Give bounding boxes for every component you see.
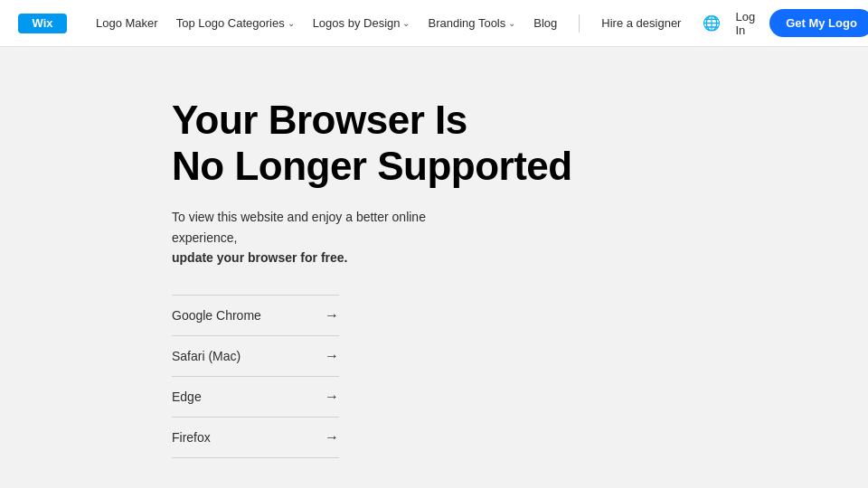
chevron-down-icon: ⌄ [508, 18, 515, 28]
page-title: Your Browser Is No Longer Supported [172, 98, 814, 189]
chevron-down-icon: ⌄ [288, 18, 295, 28]
nav-divider [579, 14, 580, 33]
arrow-right-icon: → [325, 348, 339, 364]
arrow-right-icon: → [325, 307, 339, 324]
nav-item-logos-by-design[interactable]: Logos by Design ⌄ [313, 16, 410, 30]
get-logo-button[interactable]: Get My Logo [769, 9, 868, 37]
main-header: Wix Logo Maker Top Logo Categories ⌄ Log… [0, 0, 868, 47]
nav-right: 🌐 Log In Get My Logo [703, 9, 868, 37]
language-button[interactable]: 🌐 [703, 14, 721, 32]
main-content: Your Browser Is No Longer Supported To v… [0, 47, 868, 488]
login-button[interactable]: Log In [735, 10, 755, 37]
browser-item-safari[interactable]: Safari (Mac) → [172, 336, 339, 377]
wix-logo[interactable]: Wix [18, 14, 67, 33]
nav-item-blog[interactable]: Blog [533, 16, 557, 30]
page-subtitle: To view this website and enjoy a better … [172, 207, 479, 267]
main-nav: Logo Maker Top Logo Categories ⌄ Logos b… [96, 14, 681, 33]
browser-list: Google Chrome → Safari (Mac) → Edge → Fi… [172, 295, 339, 458]
browser-item-firefox[interactable]: Firefox → [172, 418, 339, 458]
arrow-right-icon: → [325, 429, 339, 446]
arrow-right-icon: → [325, 389, 339, 405]
nav-item-branding-tools[interactable]: Branding Tools ⌄ [428, 16, 515, 30]
nav-item-hire-designer[interactable]: Hire a designer [601, 16, 681, 30]
nav-item-logo-maker[interactable]: Logo Maker [96, 16, 158, 30]
svg-text:Wix: Wix [33, 16, 54, 30]
chevron-down-icon: ⌄ [402, 18, 410, 28]
browser-item-chrome[interactable]: Google Chrome → [172, 295, 339, 336]
browser-item-edge[interactable]: Edge → [172, 377, 339, 418]
nav-item-top-logo-categories[interactable]: Top Logo Categories ⌄ [176, 16, 295, 30]
